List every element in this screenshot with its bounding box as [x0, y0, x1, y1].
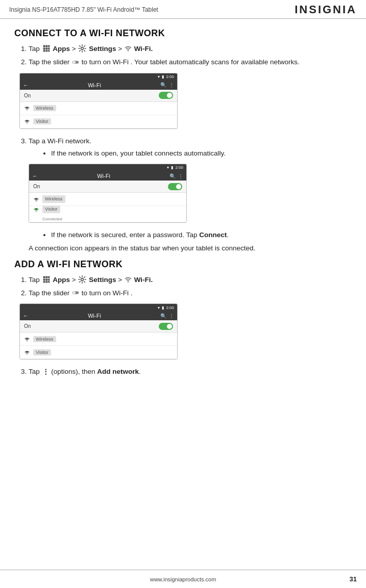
screen2-time: 2:00	[175, 165, 183, 171]
screen3-wifi-icon-2	[24, 349, 30, 355]
add-step1-gt1: >	[72, 276, 78, 284]
screen2-status: ▾ ▮ 2:00	[29, 164, 186, 171]
slider-icon	[72, 59, 79, 66]
step1-apps-label: Apps	[53, 45, 70, 53]
screen1-visitor-label: Visitor	[33, 118, 51, 124]
add-step3-mid: (options), then	[50, 368, 97, 375]
screen2-wifi-icon-2	[33, 207, 39, 213]
screen2-visitor-sublabel: Connected	[42, 216, 62, 222]
apps-icon	[42, 44, 51, 53]
add-step1-wifi-label: Wi-Fi.	[134, 276, 153, 284]
screen2-network-visitor: Visitor Connected	[29, 206, 186, 222]
screen2-wireless-label: Wireless	[42, 195, 65, 203]
svg-point-26	[81, 278, 84, 281]
add-step-1: Tap Apps > Set	[29, 275, 352, 285]
screen3-time: 2:00	[166, 305, 174, 310]
page-header: Insignia NS-P16AT785HD 7.85" Wi-Fi Andro…	[0, 0, 366, 19]
add-step1-apps-label: Apps	[53, 276, 70, 284]
screen3-status: ▾ ▮ 2:00	[20, 304, 177, 311]
svg-rect-8	[48, 50, 50, 52]
svg-rect-23	[43, 281, 45, 283]
add-apps-icon	[42, 275, 51, 284]
step1-gt2: >	[118, 45, 124, 53]
screen1-topbar: ← Wi-Fi 🔍 ⋮	[20, 81, 177, 90]
screen1-status: ▾ ▮ 2:00	[20, 73, 177, 81]
screen1-on-row: On	[20, 90, 177, 102]
screen3-topbar: ← Wi-Fi 🔍 ⋮	[20, 311, 177, 320]
step3-text: Tap a Wi-Fi network.	[29, 137, 91, 145]
screen3-on-row: On	[20, 320, 177, 333]
section-add-heading: ADD A WI-FI NETWORK	[14, 259, 352, 270]
main-content: CONNECT TO A WI-FI NETWORK Tap Apps	[0, 19, 366, 390]
add-step3-post: .	[139, 368, 141, 375]
screen2-battery: ▮	[171, 165, 173, 171]
add-step2-post: to turn on Wi-Fi .	[82, 289, 133, 297]
screen-mockup-2: ▾ ▮ 2:00 ← Wi-Fi 🔍 ⋮ On	[29, 164, 187, 223]
svg-rect-20	[43, 278, 45, 280]
add-step-2: Tap the slider to turn on Wi-Fi .	[29, 288, 352, 298]
svg-rect-5	[48, 48, 50, 50]
screen3-search-icon: 🔍	[160, 313, 166, 319]
screen3-wifi-status: ▾	[158, 305, 160, 310]
screen3-wifi-icon-1	[24, 336, 30, 342]
screen1-back: ←	[23, 82, 29, 88]
add-step1-pre: Tap	[29, 276, 42, 284]
step1-text-pre: Tap	[29, 45, 42, 53]
screen1-title: Wi-Fi	[88, 82, 101, 88]
svg-rect-18	[45, 276, 47, 278]
header-title: Insignia NS-P16AT785HD 7.85" Wi-Fi Andro…	[9, 6, 158, 13]
screen3-back: ←	[23, 313, 29, 319]
screen1-wireless-label: Wireless	[33, 105, 56, 111]
svg-rect-3	[43, 48, 45, 50]
footer-url: www.insigniaproducts.com	[25, 576, 341, 582]
screen1-wifi-icon-1	[24, 105, 30, 111]
svg-point-31	[27, 354, 27, 354]
connect-bullet-2: If the network is secured, enter a passw…	[51, 230, 352, 240]
bullet2-post: .	[227, 231, 229, 239]
svg-rect-2	[48, 45, 50, 47]
screen3-title: Wi-Fi	[88, 313, 101, 319]
svg-rect-25	[48, 281, 50, 283]
screen2-network-wireless: Wireless	[29, 193, 186, 206]
screen3-toggle	[159, 323, 173, 330]
step1-gt1: >	[72, 45, 78, 53]
screen3-battery: ▮	[162, 305, 164, 310]
svg-rect-6	[43, 50, 45, 52]
screen1-network-wireless: Wireless	[20, 102, 177, 115]
svg-rect-1	[45, 45, 47, 47]
svg-point-12	[72, 61, 76, 64]
add-steps: Tap Apps > Set	[14, 275, 352, 299]
screen3-menu-icon: ⋮	[169, 313, 174, 319]
connect-steps: Tap Apps >	[14, 44, 352, 68]
wifi-icon	[125, 45, 132, 52]
connect-step-1: Tap Apps >	[29, 44, 352, 54]
settings-icon	[78, 44, 86, 53]
svg-point-30	[27, 341, 27, 341]
screen3-visitor-label: Visitor	[33, 349, 51, 355]
screen1-wifi-status: ▾	[158, 74, 160, 79]
screen2-toggle	[168, 183, 182, 190]
connect-step-3: Tap a Wi-Fi network. If the network is o…	[29, 136, 352, 254]
connect-bullets: If the network is open, your tablet conn…	[29, 148, 352, 159]
add-slider-icon	[72, 289, 79, 296]
step2-pre: Tap the slider	[29, 58, 71, 66]
screen1-network-visitor: Visitor	[20, 115, 177, 129]
screen3-on-label: On	[24, 323, 31, 329]
add-step3-pre: Tap	[29, 368, 42, 375]
screen1-battery: ▮	[162, 74, 164, 79]
step2-post: to turn on Wi-Fi . Your tablet automatic…	[82, 58, 300, 66]
add-wifi-icon	[125, 276, 132, 283]
screen1-wifi-icon-2	[24, 118, 30, 124]
bullet2-bold: Connect	[199, 231, 227, 239]
screen2-icons: 🔍 ⋮	[169, 172, 183, 180]
add-step1-settings-label: Settings	[89, 276, 116, 284]
step1-wifi-label: Wi-Fi.	[134, 45, 153, 53]
svg-rect-19	[48, 276, 50, 278]
connect-step3-list: Tap a Wi-Fi network. If the network is o…	[14, 136, 352, 254]
screen-mockup-3: ▾ ▮ 2:00 ← Wi-Fi 🔍 ⋮ On	[19, 303, 178, 360]
svg-rect-24	[45, 281, 47, 283]
svg-rect-21	[45, 278, 47, 280]
add-step2-pre: Tap the slider	[29, 289, 71, 297]
svg-rect-4	[45, 48, 47, 50]
svg-point-10	[128, 50, 129, 52]
